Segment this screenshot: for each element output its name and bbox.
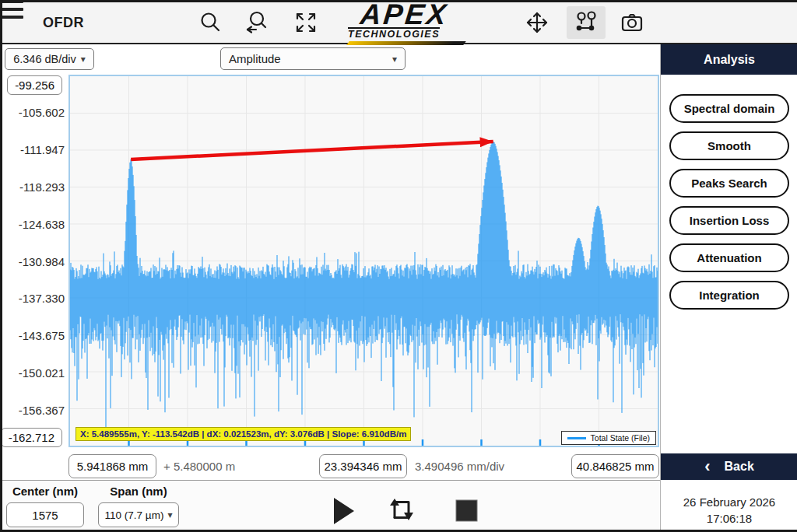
footer-bar: Center (nm) Span (nm) 110 (7.7 µm) xyxy=(0,480,660,532)
y-scale-value: 6.346 dB/div xyxy=(13,53,76,65)
play-icon xyxy=(333,497,355,525)
search-button[interactable] xyxy=(193,6,227,39)
analysis-sidebar: Analysis Spectral domain Smooth Peaks Se… xyxy=(660,44,797,532)
chart-plot-area[interactable]: X: 5.489555m, Y: -113.542dB | dX: 0.0215… xyxy=(68,75,659,447)
loop-button[interactable] xyxy=(386,495,417,528)
y-range-field[interactable]: -162.712 xyxy=(1,428,62,447)
datetime-display: 26 February 2026 17:06:18 xyxy=(661,494,797,527)
y-tick-label: -137.330 xyxy=(19,292,65,305)
apex-logo: APEX TECHNOLOGIES xyxy=(348,3,496,42)
back-button[interactable]: Back xyxy=(661,453,797,480)
apex-logo-text: APEX xyxy=(359,3,497,26)
zoom-reset-button[interactable] xyxy=(240,6,274,39)
stop-button[interactable] xyxy=(455,499,478,524)
app-title: OFDR xyxy=(43,15,84,31)
time-text: 17:06:18 xyxy=(661,510,797,527)
window-edge-left xyxy=(0,0,2,532)
pan-icon xyxy=(525,10,549,35)
y-tick-label: -118.293 xyxy=(19,180,65,193)
y-tick-label: -105.602 xyxy=(19,105,65,118)
screenshot-button[interactable] xyxy=(615,6,649,39)
fullscreen-icon xyxy=(293,10,318,35)
apex-logo-bar xyxy=(346,41,466,45)
analysis-panel-title: Analysis xyxy=(661,44,797,75)
signal-type-dropdown[interactable]: Amplitude xyxy=(220,47,406,70)
x-end-field[interactable]: 40.846825 mm xyxy=(571,454,659,478)
header-bar: OFDR APEX TECHNOLOGIES xyxy=(0,0,797,44)
chevron-down-icon xyxy=(81,54,86,65)
y-tick-label: -150.021 xyxy=(19,366,65,380)
legend-label: Total State (File) xyxy=(591,433,650,443)
y-tick-label: -143.675 xyxy=(19,329,65,342)
span-label: Span (nm) xyxy=(96,485,181,498)
measurement-readout: X: 5.489555m, Y: -113.542dB | dX: 0.0215… xyxy=(75,427,411,441)
span-dropdown[interactable]: 110 (7.7 µm) xyxy=(98,502,179,527)
search-icon xyxy=(198,10,223,35)
pan-button[interactable] xyxy=(520,6,554,39)
chevron-down-icon xyxy=(167,509,172,520)
peaks-search-button[interactable]: Peaks Search xyxy=(669,169,789,198)
trace-chart xyxy=(70,76,658,446)
center-wavelength-label: Center (nm) xyxy=(2,485,88,498)
y-tick-label: -124.638 xyxy=(19,217,65,230)
y-tick-label: -156.367 xyxy=(19,404,65,417)
app-window: OFDR APEX TECHNOLOGIES xyxy=(0,0,797,532)
legend-line-sample xyxy=(567,437,586,439)
camera-icon xyxy=(620,10,644,35)
date-text: 26 February 2026 xyxy=(661,494,797,510)
window-edge-top xyxy=(0,0,797,2)
menu-icon[interactable] xyxy=(0,0,23,19)
spectral-domain-button[interactable]: Spectral domain xyxy=(669,94,789,123)
y-scale-dropdown[interactable]: 6.346 dB/div xyxy=(5,48,94,70)
chart-legend[interactable]: Total State (File) xyxy=(561,431,656,445)
x-start-field[interactable]: 5.941868 mm xyxy=(68,454,156,478)
y-range-field[interactable]: -99.256 xyxy=(7,75,62,95)
insertion-loss-button[interactable]: Insertion Loss xyxy=(669,206,789,235)
stop-icon xyxy=(455,499,478,522)
markers-icon xyxy=(573,9,599,36)
y-axis-labels: -99.256-105.602-111.947-118.293-124.638-… xyxy=(0,75,67,447)
attenuation-button[interactable]: Attenuation xyxy=(669,243,789,272)
x-offset-label: + 5.480000 m xyxy=(163,454,235,478)
markers-button[interactable] xyxy=(567,6,606,39)
chevron-down-icon xyxy=(392,54,397,65)
fullscreen-button[interactable] xyxy=(289,6,323,39)
smooth-button[interactable]: Smooth xyxy=(669,131,789,160)
y-tick-label: -111.947 xyxy=(20,142,65,156)
play-button[interactable] xyxy=(333,497,355,527)
x-per-div-label: 3.490496 mm/div xyxy=(415,454,504,478)
zoom-reset-icon xyxy=(244,10,269,35)
loop-icon xyxy=(386,495,417,526)
x-center-field[interactable]: 23.394346 mm xyxy=(319,454,407,478)
integration-button[interactable]: Integration xyxy=(669,281,789,310)
chevron-left-icon xyxy=(704,460,710,473)
center-wavelength-input[interactable] xyxy=(6,502,84,527)
span-value: 110 (7.7 µm) xyxy=(105,509,164,521)
back-button-label: Back xyxy=(725,460,754,474)
signal-type-value: Amplitude xyxy=(229,52,392,65)
y-tick-label: -130.984 xyxy=(19,254,65,268)
